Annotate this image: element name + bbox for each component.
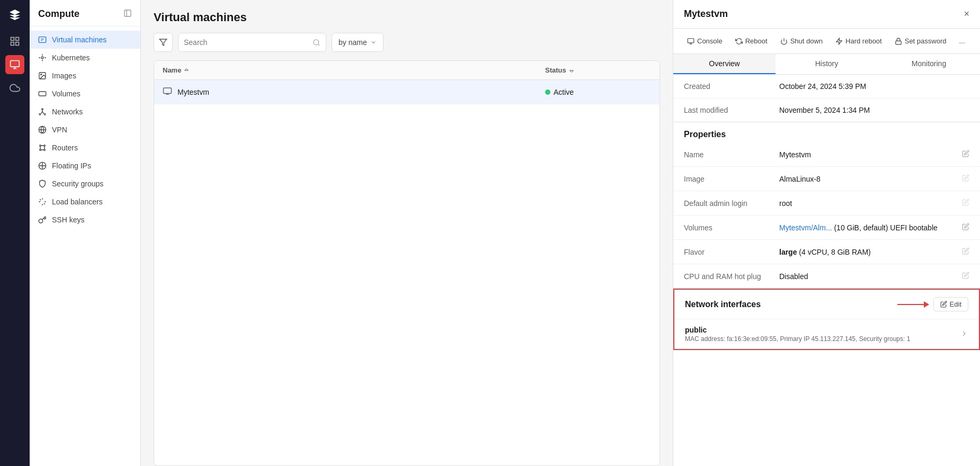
hard-reboot-button[interactable]: Hard reboot — [830, 34, 887, 48]
status-text: Active — [554, 88, 574, 96]
sidebar-item-label: Routers — [52, 144, 78, 152]
svg-rect-10 — [39, 92, 46, 96]
detail-header: Mytestvm × — [673, 0, 980, 29]
detail-title: Mytestvm — [684, 8, 728, 20]
edit-name-icon[interactable] — [962, 150, 969, 159]
property-name-value: Mytestvm — [779, 150, 962, 159]
lock-icon — [895, 38, 902, 45]
property-cpu-hotplug-row: CPU and RAM hot plug Disabled — [673, 264, 980, 288]
svg-rect-3 — [16, 42, 19, 46]
property-name-row: Name Mytestvm — [673, 142, 980, 167]
sidebar-item-load-balancers[interactable]: Load balancers — [30, 193, 140, 211]
filter-button[interactable] — [154, 33, 173, 52]
reboot-icon — [735, 38, 743, 45]
network-edit-button[interactable]: Edit — [933, 297, 968, 311]
sidebar-item-label: SSH keys — [52, 216, 84, 224]
sidebar-item-ssh-keys[interactable]: SSH keys — [30, 211, 140, 229]
page-title: Virtual machines — [154, 11, 660, 24]
property-cpu-hotplug-value: Disabled — [779, 272, 962, 281]
table-row[interactable]: Mytestvm Active — [154, 80, 660, 104]
svg-point-16 — [44, 145, 46, 147]
chevron-down-icon — [370, 39, 377, 46]
created-row: Created October 24, 2024 5:39 PM — [673, 75, 980, 98]
svg-point-13 — [44, 113, 46, 115]
svg-point-7 — [41, 57, 43, 59]
sidebar-item-label: Networks — [52, 107, 83, 116]
shutdown-button[interactable]: Shut down — [775, 34, 828, 48]
edit-image-icon — [962, 174, 969, 183]
property-admin-row: Default admin login root — [673, 191, 980, 216]
network-interfaces-section: Network interfaces Edit — [673, 289, 980, 350]
svg-rect-24 — [895, 41, 901, 44]
network-interface-info: public MAC address: fa:16:3e:ed:09:55, P… — [685, 326, 910, 343]
edit-pencil-icon — [940, 301, 947, 308]
sidebar-item-label: Images — [52, 71, 76, 80]
vm-name: Mytestvm — [177, 88, 545, 96]
icon-bar — [0, 0, 30, 466]
volume-link[interactable]: Mytestvm/Alm... — [779, 223, 832, 232]
sidebar-item-floating-ips[interactable]: Floating IPs — [30, 157, 140, 175]
search-box — [178, 33, 326, 52]
property-volumes-label: Volumes — [684, 223, 779, 232]
sort-label: by name — [338, 38, 367, 47]
edit-cpu-hotplug-icon[interactable] — [962, 272, 969, 281]
property-admin-value: root — [779, 199, 962, 208]
lightning-icon — [835, 38, 843, 45]
interface-name: public — [685, 326, 910, 334]
volume-extra: (10 GiB, default) UEFI bootable — [834, 223, 937, 232]
nav-icon-compute[interactable] — [5, 55, 24, 74]
more-actions-button[interactable]: ... — [954, 34, 970, 48]
sort-dropdown[interactable]: by name — [332, 33, 384, 52]
sort-asc-icon — [183, 67, 190, 74]
svg-rect-2 — [11, 42, 14, 46]
reboot-button[interactable]: Reboot — [730, 34, 773, 48]
flavor-detail: (4 vCPU, 8 GiB RAM) — [799, 248, 870, 256]
network-section-header: Network interfaces Edit — [674, 290, 979, 319]
sidebar-item-label: Volumes — [52, 89, 81, 98]
status-badge: Active — [545, 88, 651, 96]
svg-point-9 — [41, 74, 42, 75]
sidebar-item-vpn[interactable]: VPN — [30, 121, 140, 139]
sidebar-item-kubernetes[interactable]: Kubernetes — [30, 49, 140, 67]
sidebar-collapse-button[interactable] — [123, 9, 132, 19]
tab-monitoring[interactable]: Monitoring — [878, 54, 980, 74]
tab-history[interactable]: History — [776, 54, 878, 74]
properties-title: Properties — [673, 122, 980, 142]
reboot-label: Reboot — [745, 37, 768, 45]
close-button[interactable]: × — [964, 8, 969, 20]
property-flavor-label: Flavor — [684, 248, 779, 256]
detail-panel: Mytestvm × Console Reboot Shut down — [673, 0, 980, 466]
sidebar-item-virtual-machines[interactable]: Virtual machines — [30, 31, 140, 49]
creation-info-section: Created October 24, 2024 5:39 PM Last mo… — [673, 75, 980, 122]
property-name-label: Name — [684, 150, 779, 159]
set-password-button[interactable]: Set password — [889, 34, 952, 48]
sidebar-item-volumes[interactable]: Volumes — [30, 85, 140, 103]
sidebar-item-routers[interactable]: Routers — [30, 139, 140, 157]
nav-icon-cloud[interactable] — [5, 78, 24, 97]
sidebar-item-label: Load balancers — [52, 198, 103, 206]
sidebar-item-security-groups[interactable]: Security groups — [30, 175, 140, 193]
network-interface-item[interactable]: public MAC address: fa:16:3e:ed:09:55, P… — [674, 319, 979, 349]
edit-flavor-icon[interactable] — [962, 247, 969, 256]
console-button[interactable]: Console — [682, 34, 728, 48]
sidebar-item-label: Floating IPs — [52, 162, 91, 170]
last-modified-row: Last modified November 5, 2024 1:34 PM — [673, 98, 980, 122]
tab-overview[interactable]: Overview — [673, 54, 776, 74]
svg-rect-4 — [11, 61, 20, 67]
edit-volumes-icon[interactable] — [962, 223, 969, 232]
sidebar-item-images[interactable]: Images — [30, 67, 140, 85]
property-volumes-row: Volumes Mytestvm/Alm... (10 GiB, default… — [673, 216, 980, 240]
search-icon — [313, 39, 320, 47]
sidebar-item-networks[interactable]: Networks — [30, 103, 140, 121]
search-input[interactable] — [184, 38, 313, 47]
svg-point-17 — [40, 149, 41, 151]
svg-point-18 — [44, 149, 46, 151]
property-volumes-value: Mytestvm/Alm... (10 GiB, default) UEFI b… — [779, 223, 962, 232]
svg-marker-23 — [836, 38, 842, 44]
console-label: Console — [697, 37, 723, 45]
sidebar-item-label: VPN — [52, 126, 67, 134]
svg-rect-5 — [124, 10, 131, 16]
status-dot — [545, 89, 550, 95]
nav-icon-dashboard[interactable] — [5, 32, 24, 51]
main-content: Virtual machines by name Name — [141, 0, 673, 466]
